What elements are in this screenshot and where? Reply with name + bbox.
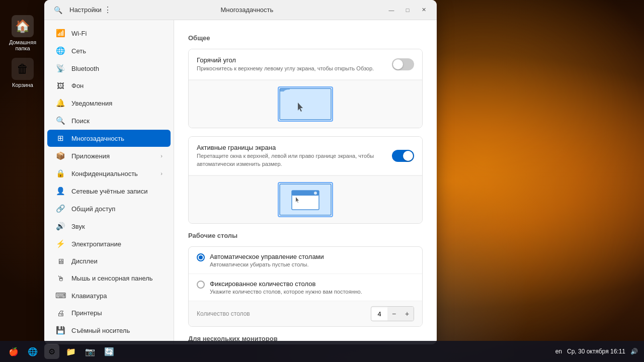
sidebar-label-apps: Приложения	[71, 152, 110, 160]
sidebar-item-privacy[interactable]: 🔒 Конфиденциальность ›	[47, 165, 171, 182]
workspace-count-row: Количество столов 4 − +	[189, 301, 422, 326]
taskbar-app4[interactable]: 📁	[63, 344, 78, 359]
sidebar-label-displays: Дисплеи	[71, 257, 98, 265]
active-edges-toggle[interactable]	[392, 150, 414, 162]
search-icon[interactable]: 🔍	[50, 4, 65, 16]
sidebar-label-removable: Съёмный носитель	[71, 327, 130, 334]
printers-icon: 🖨	[55, 309, 65, 317]
hot-corner-toggle[interactable]	[392, 58, 414, 70]
sidebar-label-search: Поиск	[71, 117, 90, 125]
sidebar-item-mouse[interactable]: 🖱 Мышь и сенсорная панель	[47, 270, 171, 287]
sidebar-label-printers: Принтеры	[71, 309, 102, 317]
sidebar-item-power[interactable]: ⚡ Электропитание	[47, 235, 171, 252]
hot-corner-row: Горячий угол Прикоснитесь к верхнему лев…	[189, 49, 422, 80]
auto-workspaces-option[interactable]: Автоматическое управление столами Автома…	[189, 247, 422, 274]
trash-label: Корзина	[12, 82, 33, 88]
background-icon: 🖼	[55, 81, 65, 90]
apps-icon: 📦	[55, 151, 65, 160]
sidebar-label-notifications: Уведомления	[71, 100, 112, 107]
sidebar-item-bluetooth[interactable]: 📡 Bluetooth	[47, 60, 171, 77]
fixed-workspaces-radio[interactable]	[197, 281, 205, 289]
notifications-icon: 🔔	[55, 99, 65, 108]
sidebar-item-notifications[interactable]: 🔔 Уведомления	[47, 95, 171, 112]
taskbar-datetime: Ср, 30 октября 16:11	[567, 348, 625, 355]
desktop-icon-trash[interactable]: 🗑 Корзина	[5, 58, 40, 88]
mouse-icon: 🖱	[55, 274, 65, 283]
sidebar-item-accounts[interactable]: 👤 Сетевые учётные записи	[47, 183, 171, 200]
power-icon: ⚡	[55, 239, 65, 248]
desktop-icon-home[interactable]: 🏠 Домашняя папка	[5, 15, 40, 51]
fixed-workspaces-label: Фиксированное количество столов	[210, 280, 414, 288]
maximize-button[interactable]: □	[400, 3, 415, 17]
sidebar-item-multitasking[interactable]: ⊞ Многозадачность	[47, 130, 171, 147]
sidebar: 📶 Wi-Fi 🌐 Сеть 📡 Bluetooth 🖼 Фон 🔔 Уведо…	[44, 20, 174, 344]
sidebar-item-sound[interactable]: 🔊 Звук	[47, 218, 171, 235]
minimize-button[interactable]: —	[384, 3, 398, 17]
auto-workspaces-info: Автоматическое управление столами Автома…	[210, 253, 414, 267]
svg-point-5	[314, 192, 317, 195]
workspace-count-decrease[interactable]: −	[387, 307, 400, 321]
sidebar-label-accounts: Сетевые учётные записи	[71, 188, 147, 195]
workspace-count-label: Количество столов	[197, 310, 367, 317]
taskbar-app6[interactable]: 🔄	[102, 344, 117, 359]
more-options-icon[interactable]: ⋮	[102, 4, 114, 16]
hot-corner-name: Горячий угол	[197, 56, 392, 64]
taskbar-app5[interactable]: 📷	[83, 344, 98, 359]
close-button[interactable]: ✕	[417, 3, 431, 17]
title-bar: 🔍 Настройки ⋮ Многозадачность — □ ✕	[44, 0, 437, 20]
taskbar-language: en	[555, 348, 562, 355]
hot-corner-card: Горячий угол Прикоснитесь к верхнему лев…	[188, 49, 423, 128]
sidebar-item-wifi[interactable]: 📶 Wi-Fi	[47, 25, 171, 42]
window-title-center: Многозадачность	[114, 6, 380, 14]
privacy-icon: 🔒	[55, 169, 65, 178]
section-workspaces-title: Рабочие столы	[188, 232, 423, 239]
active-edges-preview-box	[278, 182, 333, 217]
sidebar-item-removable[interactable]: 💾 Съёмный носитель	[47, 322, 171, 339]
displays-icon: 🖥	[55, 257, 65, 265]
sound-icon: 🔊	[55, 222, 65, 231]
fixed-workspaces-option[interactable]: Фиксированное количество столов Укажите …	[189, 274, 422, 301]
active-edges-preview	[189, 175, 422, 223]
active-edges-card: Активные границы экрана Перетащите окна …	[188, 136, 423, 224]
sidebar-label-background: Фон	[71, 82, 84, 89]
sidebar-label-power: Электропитание	[71, 240, 121, 248]
workspace-count-increase[interactable]: +	[400, 307, 414, 321]
sidebar-item-apps[interactable]: 📦 Приложения ›	[47, 147, 171, 164]
taskbar-app1[interactable]: 🍎	[6, 344, 21, 359]
workspaces-card: Автоматическое управление столами Автома…	[188, 246, 423, 327]
home-folder-label: Домашняя папка	[5, 39, 40, 51]
hot-corner-preview-box	[278, 86, 333, 122]
active-edges-svg	[279, 183, 332, 216]
sidebar-item-displays[interactable]: 🖥 Дисплеи	[47, 253, 171, 269]
taskbar-app3[interactable]: ⚙	[44, 344, 59, 359]
sidebar-label-wifi: Wi-Fi	[71, 30, 87, 37]
sidebar-item-background[interactable]: 🖼 Фон	[47, 77, 171, 94]
trash-icon: 🗑	[12, 58, 34, 80]
sidebar-item-printers[interactable]: 🖨 Принтеры	[47, 305, 171, 321]
sidebar-item-network[interactable]: 🌐 Сеть	[47, 42, 171, 59]
sidebar-label-keyboard: Клавиатура	[71, 292, 107, 300]
keyboard-icon: ⌨	[55, 291, 65, 300]
wifi-icon: 📶	[55, 29, 65, 38]
network-icon: 🌐	[55, 46, 65, 55]
sidebar-item-sharing[interactable]: 🔗 Общий доступ	[47, 200, 171, 217]
svg-rect-0	[280, 88, 331, 120]
taskbar-app2[interactable]: 🌐	[25, 344, 40, 359]
taskbar-icons: 🍎 🌐 ⚙ 📁 📷 🔄	[6, 344, 117, 359]
fixed-workspaces-info: Фиксированное количество столов Укажите …	[210, 280, 414, 295]
active-edges-toggle-knob	[403, 151, 413, 161]
active-edges-row: Активные границы экрана Перетащите окна …	[189, 137, 422, 175]
active-edges-desc: Перетащите окна к верхней, левой или пра…	[197, 152, 392, 168]
window-controls: — □ ✕	[384, 3, 431, 17]
window-title-left: Настройки	[69, 6, 102, 14]
hot-corner-preview	[189, 80, 422, 128]
auto-workspaces-radio[interactable]	[197, 253, 205, 261]
sidebar-item-search[interactable]: 🔍 Поиск	[47, 112, 171, 129]
auto-workspaces-label: Автоматическое управление столами	[210, 253, 414, 260]
sidebar-item-keyboard[interactable]: ⌨ Клавиатура	[47, 287, 171, 304]
taskbar-right: en Ср, 30 октября 16:11 🔊	[555, 348, 638, 355]
taskbar-volume-icon[interactable]: 🔊	[630, 348, 638, 355]
accounts-icon: 👤	[55, 187, 65, 196]
hot-corner-desc: Прикоснитесь к верхнему левому углу экра…	[197, 65, 392, 72]
workspace-count-value: 4	[371, 308, 387, 320]
